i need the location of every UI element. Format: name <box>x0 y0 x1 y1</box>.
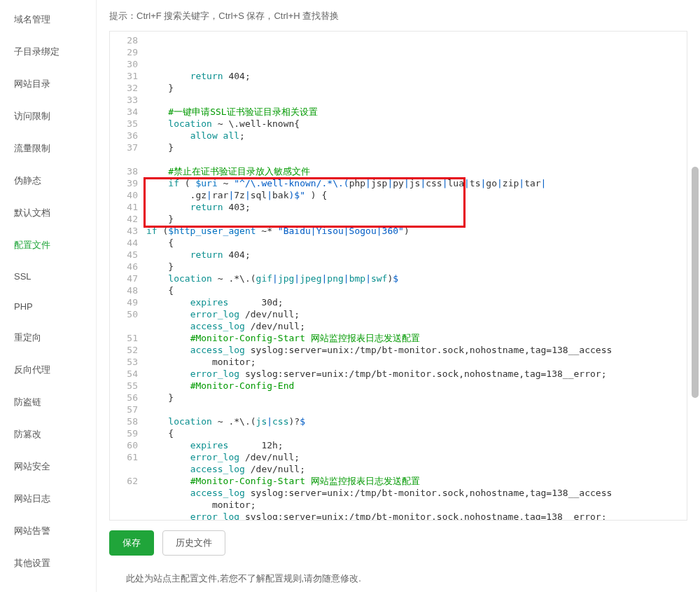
sidebar-item-security[interactable]: 网站安全 <box>0 450 96 483</box>
code-line-40[interactable]: if ($http_user_agent ~* "Baidu|Yisou|Sog… <box>144 225 687 237</box>
code-line-38[interactable]: return 403; <box>144 201 687 213</box>
code-line-60[interactable]: #Monitor-Config-Start 网站监控报表日志发送配置 <box>144 475 687 487</box>
sidebar-item-php[interactable]: PHP <box>0 291 96 322</box>
code-line-34[interactable]: } <box>144 142 687 153</box>
code-line-44[interactable]: location ~ .*\.(gif|jpg|jpeg|png|bmp|swf… <box>144 273 687 284</box>
code-line-49[interactable]: #Monitor-Config-Start 网站监控报表日志发送配置 <box>144 332 687 344</box>
code-line-41[interactable]: { <box>144 237 687 249</box>
sidebar-item-redirect[interactable]: 重定向 <box>0 322 96 354</box>
main-panel: 提示：Ctrl+F 搜索关键字，Ctrl+S 保存，Ctrl+H 查找替换 28… <box>97 0 700 592</box>
sidebar-item-subdir[interactable]: 子目录绑定 <box>0 36 96 68</box>
code-line-58[interactable]: error_log /dev/null; <box>144 451 687 463</box>
code-line-50[interactable]: access_log syslog:server=unix:/tmp/bt-mo… <box>144 344 687 356</box>
code-line-59[interactable]: access_log /dev/null; <box>144 463 687 475</box>
code-line-39[interactable]: } <box>144 213 687 225</box>
scrollbar[interactable] <box>692 42 699 434</box>
code-line-53[interactable]: } <box>144 392 687 404</box>
code-line-47[interactable]: error_log /dev/null; <box>144 308 687 320</box>
code-line-52[interactable]: #Monitor-Config-End <box>144 380 687 392</box>
code-line-33[interactable]: allow all; <box>144 130 687 142</box>
code-line-61[interactable]: access_log syslog:server=unix:/tmp/bt-mo… <box>144 487 687 499</box>
code-line-31[interactable]: #一键申请SSL证书验证目录相关设置 <box>144 106 687 118</box>
code-line-57[interactable]: expires 12h; <box>144 439 687 451</box>
code-line-48[interactable]: access_log /dev/null; <box>144 320 687 332</box>
sidebar-item-hotlink[interactable]: 防盗链 <box>0 386 96 418</box>
sidebar-item-access[interactable]: 访问限制 <box>0 100 96 132</box>
scrollbar-thumb[interactable] <box>692 167 699 398</box>
sidebar-item-domain[interactable]: 域名管理 <box>0 4 96 36</box>
code-line-42[interactable]: return 404; <box>144 249 687 261</box>
code-line-55[interactable]: location ~ .*\.(js|css)?$ <box>144 415 687 427</box>
code-line-51[interactable]: error_log syslog:server=unix:/tmp/bt-mon… <box>144 368 687 380</box>
sidebar-item-default-doc[interactable]: 默认文档 <box>0 197 96 229</box>
code-line-61[interactable]: monitor; <box>144 499 687 511</box>
hint-text: 提示：Ctrl+F 搜索关键字，Ctrl+S 保存，Ctrl+H 查找替换 <box>109 6 687 31</box>
line-gutter: 2829303132333435363738394041424344454647… <box>110 32 144 520</box>
code-line-45[interactable]: { <box>144 284 687 296</box>
sidebar-item-traffic[interactable]: 流量限制 <box>0 132 96 165</box>
code-line-46[interactable]: expires 30d; <box>144 296 687 308</box>
save-button[interactable]: 保存 <box>109 530 154 556</box>
sidebar-item-rewrite[interactable]: 伪静态 <box>0 165 96 197</box>
code-line-37[interactable]: if ( $uri ~ "^/\.well-known/.*\.(php|jsp… <box>144 177 687 189</box>
code-line-29[interactable]: } <box>144 82 687 94</box>
code-line-35[interactable] <box>144 153 687 165</box>
code-line-56[interactable]: { <box>144 427 687 439</box>
code-editor[interactable]: 2829303132333435363738394041424344454647… <box>109 31 687 521</box>
sidebar-item-tamper[interactable]: 防篡改 <box>0 418 96 450</box>
sidebar: 域名管理 子目录绑定 网站目录 访问限制 流量限制 伪静态 默认文档 配置文件 … <box>0 0 97 592</box>
code-line-28[interactable]: return 404; <box>144 70 687 82</box>
sidebar-item-webdir[interactable]: 网站目录 <box>0 68 96 100</box>
button-row: 保存 历史文件 <box>109 521 687 563</box>
sidebar-item-config[interactable]: 配置文件 <box>0 229 96 261</box>
footer-note: 此处为站点主配置文件,若您不了解配置规则,请勿随意修改. <box>109 563 687 585</box>
code-area[interactable]: return 404; } #一键申请SSL证书验证目录相关设置 locatio… <box>144 32 687 520</box>
code-line-32[interactable]: location ~ \.well-known{ <box>144 118 687 130</box>
code-line-54[interactable] <box>144 404 687 415</box>
code-line-43[interactable]: } <box>144 261 687 273</box>
sidebar-item-alert[interactable]: 网站告警 <box>0 515 96 547</box>
code-line-62[interactable]: error_log syslog:server=unix:/tmp/bt-mon… <box>144 511 687 520</box>
code-line-30[interactable] <box>144 94 687 106</box>
sidebar-item-proxy[interactable]: 反向代理 <box>0 354 96 386</box>
code-line-37[interactable]: .gz|rar|7z|sql|bak)$" ) { <box>144 189 687 201</box>
code-line-36[interactable]: #禁止在证书验证目录放入敏感文件 <box>144 165 687 177</box>
history-button[interactable]: 历史文件 <box>162 530 225 556</box>
sidebar-item-logs[interactable]: 网站日志 <box>0 483 96 515</box>
sidebar-item-other[interactable]: 其他设置 <box>0 547 96 579</box>
code-line-50[interactable]: monitor; <box>144 356 687 368</box>
sidebar-item-ssl[interactable]: SSL <box>0 261 96 291</box>
